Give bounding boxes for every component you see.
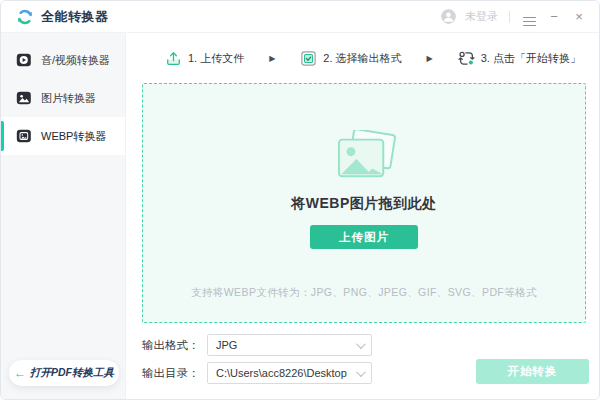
user-avatar[interactable] — [441, 9, 456, 24]
output-format-label: 输出格式： — [142, 338, 202, 353]
output-directory-select[interactable]: C:\Users\acc8226\Desktop — [207, 362, 372, 384]
convert-icon — [458, 50, 475, 67]
output-directory-row: 输出目录： C:\Users\acc8226\Desktop — [142, 362, 372, 384]
upload-icon — [165, 50, 182, 67]
close-icon[interactable]: × — [571, 10, 587, 23]
photo-stack-icon — [327, 130, 401, 184]
steps-bar: 1. 上传文件 ▶ 2. 选择输出格式 ▶ — [165, 46, 581, 70]
chevron-down-icon — [356, 339, 366, 349]
format-check-icon — [300, 50, 317, 67]
supported-formats-text: 支持将WEBP文件转为：JPG、PNG、JPEG、GIF、SVG、PDF等格式 — [191, 286, 537, 300]
upload-image-button[interactable]: 上传图片 — [310, 225, 418, 249]
left-arrow-icon: ← — [14, 366, 26, 380]
main-content: 1. 上传文件 ▶ 2. 选择输出格式 ▶ — [127, 33, 599, 399]
sidebar: 音/视频转换器 图片转换器 WEBP转换器 ← 打开PDF转换工具 — [1, 33, 126, 399]
step-start-convert: 3. 点击「开始转换」 — [458, 50, 581, 67]
open-pdf-tool-button[interactable]: ← 打开PDF转换工具 — [9, 360, 119, 386]
app-logo: 全能转换器 — [16, 8, 109, 26]
titlebar-divider — [509, 11, 510, 23]
webp-converter-icon — [16, 128, 32, 144]
step-choose-format: 2. 选择输出格式 — [300, 50, 401, 67]
sync-logo-icon — [16, 8, 34, 26]
sidebar-item-label: WEBP转换器 — [41, 129, 106, 144]
video-converter-icon — [16, 52, 32, 68]
webp-dropzone[interactable]: 将WEBP图片拖到此处 上传图片 支持将WEBP文件转为：JPG、PNG、JPE… — [142, 83, 586, 323]
dropzone-title: 将WEBP图片拖到此处 — [291, 195, 437, 213]
step-label: 2. 选择输出格式 — [323, 51, 401, 66]
start-convert-button[interactable]: 开始转换 — [476, 359, 589, 384]
app-title: 全能转换器 — [41, 8, 109, 26]
output-format-select[interactable]: JPG — [207, 334, 372, 356]
titlebar-right: 未登录 − × — [441, 7, 587, 26]
login-status[interactable]: 未登录 — [465, 9, 498, 24]
sidebar-item-webp-converter[interactable]: WEBP转换器 — [1, 117, 125, 155]
sidebar-item-image-converter[interactable]: 图片转换器 — [1, 79, 125, 117]
minimize-icon[interactable]: − — [546, 10, 562, 23]
step-label: 1. 上传文件 — [188, 51, 244, 66]
chevron-down-icon — [356, 367, 366, 377]
step-arrow-icon: ▶ — [269, 54, 275, 63]
sidebar-item-audio-video-converter[interactable]: 音/视频转换器 — [1, 41, 125, 79]
step-upload: 1. 上传文件 — [165, 50, 244, 67]
output-directory-label: 输出目录： — [142, 366, 202, 381]
sidebar-item-label: 音/视频转换器 — [41, 53, 110, 68]
output-format-row: 输出格式： JPG — [142, 334, 372, 356]
step-label: 3. 点击「开始转换」 — [481, 51, 581, 66]
sidebar-item-label: 图片转换器 — [41, 91, 96, 106]
output-format-value: JPG — [216, 339, 237, 351]
menu-icon[interactable] — [521, 7, 537, 26]
output-directory-value: C:\Users\acc8226\Desktop — [216, 367, 347, 379]
image-converter-icon — [16, 90, 32, 106]
step-arrow-icon: ▶ — [427, 54, 433, 63]
app-window: 全能转换器 未登录 − × 音/视频转换器 — [0, 0, 600, 400]
pdf-tool-label: 打开PDF转换工具 — [30, 366, 114, 380]
titlebar: 全能转换器 未登录 − × — [1, 1, 599, 33]
